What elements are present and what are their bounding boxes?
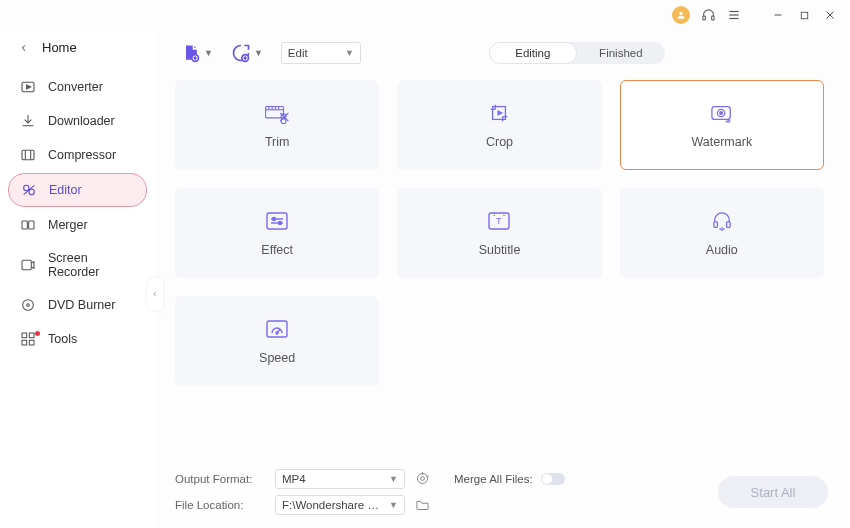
sidebar-item-downloader[interactable]: Downloader (8, 105, 147, 137)
svg-rect-25 (22, 340, 27, 345)
tool-effect[interactable]: Effect (175, 188, 379, 278)
merge-all-files: Merge All Files: (454, 473, 565, 485)
svg-point-15 (24, 185, 29, 190)
close-button[interactable] (822, 7, 838, 23)
svg-rect-23 (22, 333, 27, 338)
chevron-down-icon: ▼ (345, 48, 354, 58)
svg-text:T: T (496, 216, 502, 226)
titlebar (0, 0, 850, 30)
chevron-down-icon: ▼ (204, 48, 213, 58)
menu-icon[interactable] (726, 7, 742, 23)
merger-icon (20, 217, 36, 233)
folder-open-icon[interactable] (415, 498, 430, 513)
sidebar-item-screen-recorder[interactable]: Screen Recorder (8, 243, 147, 287)
sidebar-item-converter[interactable]: Converter (8, 71, 147, 103)
compressor-icon (20, 147, 36, 163)
svg-rect-52 (267, 213, 287, 229)
tool-label: Crop (486, 135, 513, 149)
toolbar: ▼ ▼ Edit ▼ Editing Finished (175, 36, 834, 80)
svg-point-55 (273, 218, 276, 221)
tool-watermark[interactable]: Watermark (620, 80, 824, 170)
sidebar-item-label: Merger (48, 218, 88, 232)
sidebar-item-merger[interactable]: Merger (8, 209, 147, 241)
add-url-button[interactable]: ▼ (231, 43, 263, 63)
dvd-icon (20, 297, 36, 313)
speed-icon (265, 317, 289, 341)
merge-toggle[interactable] (541, 473, 565, 485)
sidebar-item-label: DVD Burner (48, 298, 115, 312)
tool-audio[interactable]: Audio (620, 188, 824, 278)
audio-icon (710, 209, 734, 233)
svg-point-70 (421, 476, 425, 480)
svg-rect-18 (22, 221, 27, 229)
tool-label: Speed (259, 351, 295, 365)
svg-point-22 (27, 304, 30, 307)
svg-rect-7 (801, 12, 807, 18)
output-format-select[interactable]: MP4 ▼ (275, 469, 405, 489)
file-location-select[interactable]: F:\Wondershare UniConverter 1 ▼ (275, 495, 405, 515)
effect-icon (265, 209, 289, 233)
svg-point-68 (276, 332, 278, 334)
tool-label: Audio (706, 243, 738, 257)
back-home[interactable]: Home (0, 34, 155, 71)
segment-finished[interactable]: Finished (577, 42, 665, 64)
footer: Output Format: MP4 ▼ Merge All Files: Fi… (175, 456, 834, 518)
svg-rect-20 (22, 260, 31, 269)
svg-marker-48 (499, 111, 503, 115)
svg-rect-26 (29, 340, 34, 345)
svg-line-72 (427, 476, 429, 477)
chevron-left-icon (152, 289, 158, 299)
user-avatar[interactable] (672, 6, 690, 24)
settings-icon[interactable] (415, 471, 430, 488)
tool-label: Trim (265, 135, 290, 149)
start-all-label: Start All (751, 485, 796, 500)
editor-icon (21, 182, 37, 198)
tool-label: Effect (261, 243, 293, 257)
tool-label: Subtitle (479, 243, 521, 257)
svg-rect-24 (29, 333, 34, 338)
svg-point-51 (720, 112, 723, 115)
sidebar-item-label: Downloader (48, 114, 115, 128)
output-format-value: MP4 (282, 473, 306, 485)
chevron-down-icon: ▼ (389, 500, 398, 510)
add-file-button[interactable]: ▼ (181, 43, 213, 63)
sidebar-item-label: Compressor (48, 148, 116, 162)
file-location-label: File Location: (175, 499, 265, 511)
sidebar-item-compressor[interactable]: Compressor (8, 139, 147, 171)
output-format-label: Output Format: (175, 473, 265, 485)
svg-rect-2 (711, 16, 714, 20)
svg-rect-19 (29, 221, 34, 229)
minimize-button[interactable] (770, 7, 786, 23)
sidebar-item-tools[interactable]: Tools (8, 323, 147, 355)
headset-icon[interactable] (700, 7, 716, 23)
tool-subtitle[interactable]: T Subtitle (397, 188, 601, 278)
tool-crop[interactable]: Crop (397, 80, 601, 170)
chevron-down-icon: ▼ (389, 474, 398, 484)
tool-speed[interactable]: Speed (175, 296, 379, 386)
add-url-icon (231, 43, 251, 63)
crop-icon (487, 101, 511, 125)
badge-dot (35, 331, 40, 336)
tool-trim[interactable]: Trim (175, 80, 379, 170)
svg-point-56 (279, 222, 282, 225)
converter-icon (20, 79, 36, 95)
sidebar-item-label: Editor (49, 183, 82, 197)
collapse-sidebar-button[interactable] (147, 278, 163, 310)
segment-editing[interactable]: Editing (489, 42, 577, 64)
mode-select[interactable]: Edit ▼ (281, 42, 361, 64)
svg-point-0 (679, 12, 682, 15)
mode-select-value: Edit (288, 47, 308, 59)
maximize-button[interactable] (796, 7, 812, 23)
sidebar-item-editor[interactable]: Editor (8, 173, 147, 207)
back-label: Home (42, 40, 77, 55)
tools-icon (20, 331, 36, 347)
file-location-value: F:\Wondershare UniConverter 1 (282, 499, 382, 511)
sidebar-item-label: Tools (48, 332, 77, 346)
svg-rect-1 (702, 16, 705, 20)
sidebar-item-dvd-burner[interactable]: DVD Burner (8, 289, 147, 321)
tools-grid: Trim Crop Watermark Effect T Subtitle Au… (175, 80, 834, 386)
chevron-down-icon: ▼ (254, 48, 263, 58)
downloader-icon (20, 113, 36, 129)
start-all-button[interactable]: Start All (718, 476, 828, 508)
svg-point-16 (29, 189, 34, 194)
